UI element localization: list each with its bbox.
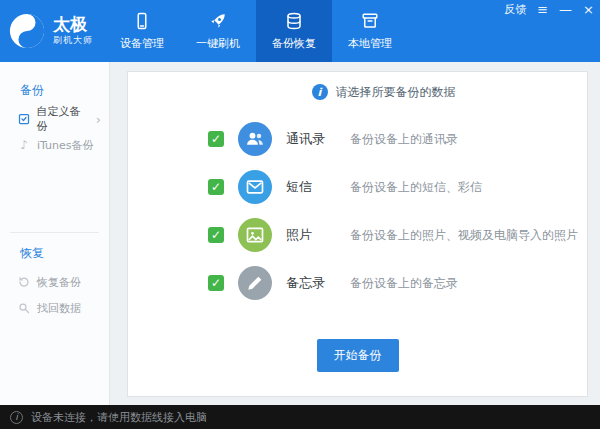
row-description: 备份设备上的通讯录 [350,131,458,148]
sidebar-item-recover-data[interactable]: 找回数据 [0,295,109,321]
backup-panel: i 请选择所要备份的数据 ✓ [127,71,588,397]
custom-backup-icon [17,113,31,125]
close-icon[interactable]: × [583,3,594,17]
search-icon [17,302,31,314]
memo-checkbox[interactable]: ✓ [208,275,224,291]
sidebar-item-label: 找回数据 [37,301,81,316]
tab-backup-restore[interactable]: 备份恢复 [256,0,332,62]
app-title: 太极 [53,15,93,34]
photos-icon [238,218,272,252]
sidebar: 备份 自定义备份 › ♪ iTunes备份 恢复 [0,62,110,405]
rocket-icon [209,11,227,31]
tab-label: 本地管理 [348,36,392,51]
tab-label: 一键刷机 [196,36,240,51]
info-icon: i [312,84,328,100]
feedback-link[interactable]: 反馈 [504,3,526,17]
backup-restore-icon [285,11,303,31]
sidebar-item-label: 恢复备份 [37,275,81,290]
sms-icon [238,170,272,204]
tab-local-management[interactable]: 本地管理 [332,0,408,62]
sidebar-item-restore-backup[interactable]: 恢复备份 [0,269,109,295]
contacts-icon [238,122,272,156]
prompt-text: 请选择所要备份的数据 [336,84,456,101]
status-bar: i 设备未连接，请使用数据线接入电脑 [0,405,600,429]
taiji-logo-icon [8,12,46,50]
sidebar-item-label: iTunes备份 [37,138,94,153]
tab-device-management[interactable]: 设备管理 [104,0,180,62]
device-icon [133,11,151,31]
music-note-icon: ♪ [17,138,31,152]
app-logo: 太极 刷机大师 [0,0,104,62]
row-label: 短信 [286,178,336,196]
row-description: 备份设备上的短信、彩信 [350,179,482,196]
list-item-contacts: ✓ 通讯录 备份设备上的通讯录 [208,115,587,163]
tab-label: 设备管理 [120,36,164,51]
row-label: 通讯录 [286,130,336,148]
row-description: 备份设备上的照片、视频及电脑导入的照片 [350,227,578,244]
status-text: 设备未连接，请使用数据线接入电脑 [31,410,207,425]
local-manage-icon [361,11,379,31]
menu-icon[interactable]: ≡ [537,3,548,17]
app-window: 太极 刷机大师 设备管理 [0,0,600,429]
restore-icon [17,276,31,288]
memo-icon [238,266,272,300]
sidebar-item-label: 自定义备份 [37,104,90,134]
sidebar-divider [10,232,99,233]
minimize-icon[interactable]: — [559,3,572,17]
sms-checkbox[interactable]: ✓ [208,179,224,195]
sidebar-item-itunes-backup[interactable]: ♪ iTunes备份 [0,132,109,158]
main-nav: 设备管理 一键刷机 [104,0,408,62]
status-info-icon: i [10,411,23,424]
tab-label: 备份恢复 [272,36,316,51]
row-label: 照片 [286,226,336,244]
sidebar-section-backup: 备份 [0,78,109,102]
app-subtitle: 刷机大师 [53,34,93,47]
chevron-right-icon: › [96,114,101,125]
backup-options-list: ✓ 通讯录 备份设备上的通讯录 ✓ [128,105,587,307]
title-bar: 太极 刷机大师 设备管理 [0,0,600,62]
tab-one-key-flash[interactable]: 一键刷机 [180,0,256,62]
main-content: i 请选择所要备份的数据 ✓ [110,62,600,405]
list-item-sms: ✓ 短信 备份设备上的短信、彩信 [208,163,587,211]
row-label: 备忘录 [286,274,336,292]
sidebar-item-custom-backup[interactable]: 自定义备份 › [0,106,109,132]
start-backup-button[interactable]: 开始备份 [317,339,399,372]
app-body: 备份 自定义备份 › ♪ iTunes备份 恢复 [0,62,600,405]
prompt-bar: i 请选择所要备份的数据 [128,72,587,105]
row-description: 备份设备上的备忘录 [350,275,458,292]
sidebar-section-restore: 恢复 [0,241,109,265]
contacts-checkbox[interactable]: ✓ [208,131,224,147]
list-item-photos: ✓ 照片 备份设备上的照片、视频及电脑导入的照片 [208,211,587,259]
list-item-memo: ✓ 备忘录 备份设备上的备忘录 [208,259,587,307]
photos-checkbox[interactable]: ✓ [208,227,224,243]
window-controls: 反馈 ≡ — × [504,3,594,17]
